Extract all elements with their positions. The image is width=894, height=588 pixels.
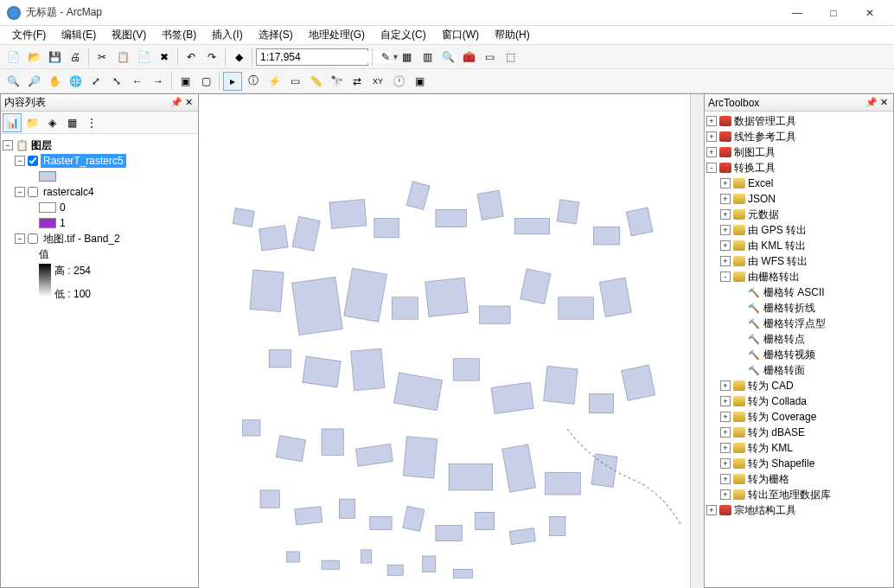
expand-icon[interactable]: + bbox=[720, 412, 731, 422]
maximize-button[interactable]: □ bbox=[816, 1, 851, 25]
fixed-zoom-in-button[interactable]: ⤢ bbox=[86, 72, 105, 91]
tree-item-label[interactable]: 栅格转折线 bbox=[763, 301, 815, 316]
expand-icon[interactable]: + bbox=[720, 240, 731, 251]
goto-xy-button[interactable]: XY bbox=[368, 72, 387, 91]
tree-item-label[interactable]: 制图工具 bbox=[734, 145, 776, 160]
tree-item-label[interactable]: 栅格转浮点型 bbox=[763, 316, 826, 331]
model-builder-button[interactable]: ⬚ bbox=[501, 48, 520, 67]
tree-item-label[interactable]: 转出至地理数据库 bbox=[748, 488, 831, 502]
layer-checkbox[interactable] bbox=[28, 156, 38, 166]
list-by-source-button[interactable]: 📁 bbox=[22, 113, 42, 132]
minimize-button[interactable]: — bbox=[780, 1, 814, 25]
back-button[interactable]: ← bbox=[128, 72, 147, 91]
tree-item-label[interactable]: 栅格转点 bbox=[763, 332, 805, 347]
find-route-button[interactable]: ⇄ bbox=[348, 72, 367, 91]
menu-item-9[interactable]: 帮助(H) bbox=[488, 26, 537, 44]
list-by-drawing-order-button[interactable]: 📊 bbox=[3, 113, 22, 132]
time-slider-button[interactable]: 🕐 bbox=[389, 72, 408, 91]
tree-item-label[interactable]: 由 WFS 转出 bbox=[748, 254, 808, 269]
tree-item-label[interactable]: 栅格转面 bbox=[763, 363, 805, 378]
html-popup-button[interactable]: ▭ bbox=[285, 72, 304, 91]
tree-item-label[interactable]: 栅格转 ASCII bbox=[763, 285, 825, 300]
expand-icon[interactable]: + bbox=[706, 147, 717, 157]
clear-selection-button[interactable]: ▢ bbox=[196, 72, 215, 91]
layer-swatch[interactable] bbox=[39, 171, 56, 182]
menu-item-2[interactable]: 视图(V) bbox=[105, 26, 153, 44]
tree-item-label[interactable]: 栅格转视频 bbox=[763, 348, 815, 362]
list-by-visibility-button[interactable]: ◈ bbox=[42, 113, 61, 132]
expand-icon[interactable]: + bbox=[720, 194, 731, 204]
tree-item-label[interactable]: 转为 Shapefile bbox=[748, 457, 814, 471]
search-window-button[interactable]: 🔍 bbox=[438, 48, 457, 67]
expand-icon[interactable]: + bbox=[720, 178, 731, 189]
catalog-button[interactable]: ▥ bbox=[418, 48, 437, 67]
viewer-window-button[interactable]: ▣ bbox=[410, 72, 429, 91]
menu-item-1[interactable]: 编辑(E) bbox=[54, 26, 103, 44]
expand-icon[interactable]: + bbox=[720, 443, 731, 453]
menu-item-0[interactable]: 文件(F) bbox=[5, 26, 53, 44]
collapse-icon[interactable]: − bbox=[15, 233, 25, 244]
expand-icon[interactable]: + bbox=[720, 474, 731, 484]
open-button[interactable]: 📂 bbox=[24, 48, 43, 67]
menu-item-8[interactable]: 窗口(W) bbox=[435, 26, 486, 44]
expand-icon[interactable]: + bbox=[720, 396, 731, 406]
identify-button[interactable]: ⓘ bbox=[244, 72, 263, 91]
editor-toolbar-button[interactable]: ✎ bbox=[376, 48, 395, 67]
zoom-in-button[interactable]: 🔍 bbox=[3, 72, 22, 91]
find-button[interactable]: 🔭 bbox=[327, 72, 346, 91]
expand-icon[interactable]: - bbox=[706, 163, 717, 173]
map-canvas[interactable] bbox=[199, 94, 690, 588]
expand-icon[interactable]: + bbox=[720, 458, 731, 469]
tree-item-label[interactable]: 转为栅格 bbox=[748, 472, 789, 487]
tree-item-label[interactable]: 线性参考工具 bbox=[734, 130, 796, 144]
menu-item-5[interactable]: 选择(S) bbox=[252, 26, 300, 44]
hyperlink-button[interactable]: ⚡ bbox=[265, 72, 284, 91]
class-swatch[interactable] bbox=[39, 202, 56, 213]
cut-button[interactable]: ✂ bbox=[93, 48, 112, 67]
tree-item-label[interactable]: 由 GPS 转出 bbox=[748, 223, 807, 238]
class-swatch[interactable] bbox=[39, 218, 56, 228]
expand-icon[interactable]: + bbox=[720, 489, 731, 500]
toolbox-button[interactable]: 🧰 bbox=[459, 48, 478, 67]
scale-input[interactable] bbox=[260, 51, 390, 63]
delete-button[interactable]: ✖ bbox=[155, 48, 174, 67]
layer-checkbox[interactable] bbox=[28, 233, 38, 244]
collapse-icon[interactable]: − bbox=[15, 156, 25, 166]
menu-item-3[interactable]: 书签(B) bbox=[155, 26, 203, 44]
tree-item-label[interactable]: 数据管理工具 bbox=[734, 114, 796, 129]
expand-icon[interactable]: + bbox=[720, 427, 731, 438]
expand-icon[interactable]: + bbox=[720, 256, 731, 266]
gradient-swatch[interactable] bbox=[39, 264, 51, 297]
zoom-out-button[interactable]: 🔎 bbox=[24, 72, 43, 91]
expand-icon[interactable]: + bbox=[720, 225, 731, 235]
menu-item-6[interactable]: 地理处理(G) bbox=[302, 26, 372, 44]
print-button[interactable]: 🖨 bbox=[66, 48, 85, 67]
expand-icon[interactable]: + bbox=[720, 209, 731, 220]
expand-icon[interactable]: - bbox=[720, 272, 731, 282]
pan-button[interactable]: ✋ bbox=[45, 72, 64, 91]
python-button[interactable]: ▭ bbox=[480, 48, 499, 67]
tree-item-label[interactable]: 转为 CAD bbox=[748, 379, 794, 393]
tree-item-label[interactable]: 转为 Collada bbox=[748, 394, 807, 409]
expand-icon[interactable]: + bbox=[720, 380, 731, 391]
tree-item-label[interactable]: 宗地结构工具 bbox=[734, 503, 796, 518]
expand-icon[interactable]: + bbox=[706, 505, 717, 515]
layer-checkbox[interactable] bbox=[28, 187, 38, 197]
save-button[interactable]: 💾 bbox=[45, 48, 64, 67]
close-icon[interactable]: ✕ bbox=[878, 97, 890, 108]
fixed-zoom-out-button[interactable]: ⤡ bbox=[107, 72, 126, 91]
options-button[interactable]: ⋮ bbox=[82, 113, 101, 132]
tree-item-label[interactable]: 由栅格转出 bbox=[748, 270, 800, 284]
scale-combo[interactable]: ▼ bbox=[256, 48, 368, 66]
expand-icon[interactable]: + bbox=[706, 131, 717, 142]
measure-button[interactable]: 📏 bbox=[306, 72, 325, 91]
pin-icon[interactable]: 📌 bbox=[865, 97, 878, 108]
add-data-button[interactable]: ◆ bbox=[229, 48, 248, 67]
tree-item-label[interactable]: Excel bbox=[748, 177, 773, 189]
full-extent-button[interactable]: 🌐 bbox=[66, 72, 85, 91]
tree-item-label[interactable]: 元数据 bbox=[748, 208, 779, 222]
select-features-button[interactable]: ▣ bbox=[176, 72, 195, 91]
tree-item-label[interactable]: 转换工具 bbox=[734, 161, 776, 176]
pin-icon[interactable]: 📌 bbox=[170, 97, 182, 108]
tree-item-label[interactable]: 转为 dBASE bbox=[748, 425, 805, 440]
